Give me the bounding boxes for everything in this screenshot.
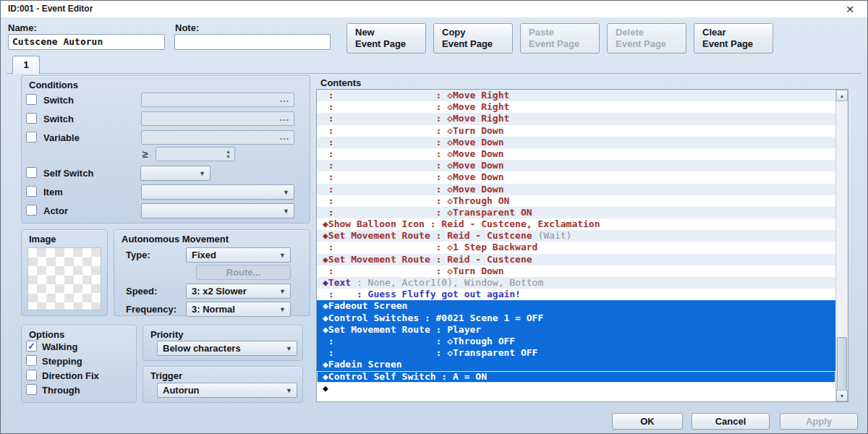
conditions-title: Conditions (29, 80, 78, 90)
switch2-checkbox[interactable] (26, 113, 37, 124)
variable-field[interactable]: ... (141, 130, 294, 145)
movement-speed-select[interactable]: 3: x2 Slower▼ (186, 284, 291, 299)
event-command-row[interactable]: : : ◇Turn Down (317, 125, 835, 137)
stepping-checkbox[interactable] (26, 355, 37, 366)
switch1-browse-button[interactable]: ... (280, 94, 289, 104)
event-command-text: : : ◇Move Right (323, 113, 509, 124)
vertical-scrollbar[interactable]: ▲ ▼ (835, 90, 848, 401)
stepping-label: Stepping (42, 356, 82, 367)
note-input[interactable] (174, 34, 331, 50)
event-command-row[interactable]: : : ◇1 Step Backward (317, 242, 835, 253)
event-command-text: : : ◇Through ON (323, 195, 509, 206)
event-command-row[interactable]: ◆Control Self Switch : A = ON (317, 371, 835, 383)
event-command-text: : Reid - Custcene (430, 254, 532, 265)
event-command-row[interactable]: ◆Show Balloon Icon : Reid - Custcene, Ex… (317, 218, 835, 230)
frequency-label: Frequency: (126, 304, 176, 315)
spin-down-icon[interactable]: ▼ (226, 154, 231, 159)
variable-browse-button[interactable]: ... (280, 132, 289, 142)
item-select[interactable]: ▼ (141, 184, 294, 200)
walking-checkbox[interactable]: ✓ (26, 341, 37, 352)
options-panel: Options ✓ Walking Stepping Direction Fix… (21, 325, 137, 403)
event-command-row[interactable]: : : ◇Move Right (317, 101, 835, 113)
priority-select[interactable]: Below characters▼ (157, 341, 297, 356)
variable-checkbox[interactable] (26, 132, 37, 142)
event-command-text: : : ◇Move Down (323, 148, 503, 159)
window-title: ID:001 - Event Editor (8, 4, 93, 14)
event-command-row[interactable]: : : ◇Transparent OFF (317, 347, 835, 359)
event-command-row[interactable]: : : ◇Move Down (317, 148, 835, 160)
route-button[interactable]: Route... (196, 265, 291, 280)
event-command-row[interactable]: ◆Set Movement Route : Reid - Custcene (W… (317, 230, 835, 242)
event-command-row[interactable]: : : ◇Transparent ON (317, 207, 835, 218)
name-input[interactable]: Cutscene Autorun (8, 34, 165, 50)
scroll-up-icon[interactable]: ▲ (836, 90, 848, 101)
button-label: Delete (616, 27, 686, 38)
event-command-row[interactable]: : : ◇Through OFF (317, 336, 835, 347)
priority-title: Priority (150, 329, 184, 340)
event-command-text: : : Guess Fluffy got out again! (323, 289, 521, 299)
new-event-page-button[interactable]: New Event Page (346, 23, 426, 54)
event-command-row[interactable]: ◆Control Switches : #0021 Scene 1 = OFF (317, 312, 835, 324)
scrollbar-thumb[interactable] (837, 337, 847, 391)
paste-event-page-button[interactable]: Paste Event Page (520, 23, 600, 54)
switch2-field[interactable]: ... (141, 111, 294, 126)
event-command-row[interactable]: : : Guess Fluffy got out again! (317, 289, 835, 300)
trigger-select[interactable]: Autorun▼ (157, 383, 297, 398)
clear-event-page-button[interactable]: Clear Event Page (694, 23, 773, 54)
tab-page-1[interactable]: 1 (12, 56, 40, 74)
actor-label: Actor (43, 205, 68, 216)
movement-type-select[interactable]: Fixed▼ (186, 247, 291, 263)
switch2-browse-button[interactable]: ... (280, 113, 289, 123)
chevron-down-icon: ▼ (283, 189, 289, 196)
event-command-text: : : ◇Turn Down (323, 265, 503, 276)
chevron-down-icon: ▼ (279, 306, 286, 313)
event-command-row[interactable]: : : ◇Through ON (317, 195, 835, 207)
event-graphic-preview[interactable] (27, 247, 101, 310)
event-command-row[interactable]: : : ◇Move Right (317, 90, 835, 101)
event-command-row[interactable]: : : ◇Move Down (317, 160, 835, 171)
ok-button[interactable]: OK (612, 413, 683, 430)
event-command-row[interactable]: ◆Set Movement Route : Reid - Custcene (317, 254, 835, 265)
apply-button[interactable]: Apply (780, 413, 858, 430)
close-icon[interactable]: ✕ (840, 2, 860, 17)
movement-frequency-select[interactable]: 3: Normal▼ (186, 302, 291, 317)
item-checkbox[interactable] (26, 186, 37, 197)
event-command-text: : : ◇Move Down (323, 171, 503, 182)
scroll-down-icon[interactable]: ▼ (836, 390, 848, 401)
direction-fix-checkbox[interactable] (26, 370, 37, 380)
event-command-row[interactable]: ◆Text : None, Actor1(0), Window, Bottom (317, 277, 835, 289)
event-command-row[interactable]: ◆Fadeout Screen (317, 300, 835, 312)
event-command-row[interactable]: : : ◇Move Down (317, 137, 835, 148)
copy-event-page-button[interactable]: Copy Event Page (433, 23, 513, 54)
event-command-row[interactable]: ◆Set Movement Route : Player (317, 324, 835, 336)
button-label: Event Page (442, 38, 512, 50)
note-label: Note: (175, 22, 199, 33)
event-command-row[interactable]: ◆ (317, 383, 835, 394)
conditions-panel: Conditions Switch ... Switch ... Variabl… (21, 75, 310, 224)
self-switch-label: Self Switch (43, 168, 93, 179)
spin-up-icon[interactable]: ▲ (226, 149, 231, 154)
gte-symbol: ≥ (142, 148, 148, 160)
delete-event-page-button[interactable]: Delete Event Page (607, 23, 686, 54)
variable-amount-spinner[interactable]: ▲ ▼ (156, 147, 235, 161)
select-value: Below characters (163, 343, 241, 354)
switch1-field[interactable]: ... (141, 93, 294, 107)
event-command-row[interactable]: : : ◇Move Right (317, 113, 835, 124)
event-command-row[interactable]: : : ◇Move Down (317, 171, 835, 183)
self-switch-checkbox[interactable] (26, 167, 37, 178)
switch1-checkbox[interactable] (26, 94, 37, 105)
self-switch-select[interactable]: ▼ (140, 166, 210, 181)
event-command-row[interactable]: : : ◇Move Down (317, 184, 835, 195)
title-bar[interactable]: ID:001 - Event Editor ✕ (1, 1, 867, 18)
through-checkbox[interactable] (26, 384, 37, 395)
event-command-row[interactable]: : : ◇Turn Down (317, 265, 835, 277)
button-label: Event Page (616, 38, 686, 50)
trigger-title: Trigger (150, 370, 182, 381)
priority-panel: Priority Below characters▼ (142, 325, 303, 361)
event-command-row[interactable]: ◆Fadein Screen (317, 359, 835, 370)
event-command-text: : : ◇Transparent ON (323, 207, 532, 218)
actor-checkbox[interactable] (26, 205, 37, 216)
cancel-button[interactable]: Cancel (692, 413, 770, 430)
actor-select[interactable]: ▼ (141, 203, 294, 218)
event-command-text: : Reid - Custcene (430, 230, 538, 241)
